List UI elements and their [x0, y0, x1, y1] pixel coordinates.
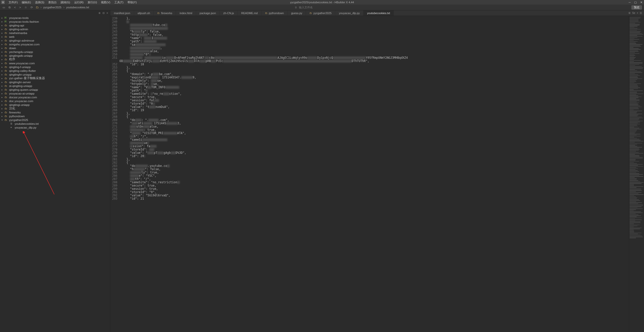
- chevron-icon[interactable]: ▸: [2, 92, 4, 95]
- chevron-icon[interactable]: ▸: [2, 81, 4, 83]
- folder-item[interactable]: ▸🗀程序: [0, 57, 110, 61]
- file-search[interactable]: 🗎: [295, 6, 349, 9]
- menu-item[interactable]: 编辑(E): [20, 1, 33, 4]
- folder-item[interactable]: ▸🗀songshu.youyacao.com: [0, 42, 110, 46]
- menu-item[interactable]: 选择(S): [33, 1, 46, 4]
- editor-tab[interactable]: 🗀pythondown: [262, 10, 288, 16]
- folder-item[interactable]: ▸🗀汉化: [0, 107, 110, 110]
- chevron-icon[interactable]: ▸: [2, 47, 4, 49]
- editor-tab[interactable]: manifest.json: [110, 10, 134, 16]
- editor-tab[interactable]: allpush.sh: [134, 10, 154, 16]
- folder-item[interactable]: ▸🗀web: [0, 35, 110, 39]
- folder-item[interactable]: ▸🗀qingting-admin: [0, 27, 110, 31]
- folder-item[interactable]: ▸🗀qingtinghr-uniapp: [0, 73, 110, 76]
- editor-tab[interactable]: guess.py: [288, 10, 306, 16]
- chevron-icon[interactable]: ▸: [2, 62, 4, 65]
- menu-item[interactable]: 文件(F): [7, 1, 20, 4]
- chevron-icon[interactable]: ▸: [2, 70, 4, 72]
- editor-tab[interactable]: 🗀fireworks: [154, 10, 176, 16]
- chevron-icon[interactable]: ▸: [2, 32, 4, 34]
- tab-control-icon[interactable]: Se: [632, 12, 635, 14]
- chevron-icon[interactable]: ▸: [2, 39, 4, 42]
- chevron-icon[interactable]: ▸: [2, 43, 4, 46]
- code-content[interactable]: },tube.co"hly": false,"http": false,"nam…: [119, 16, 629, 332]
- chevron-icon[interactable]: ▸: [2, 104, 4, 106]
- refresh-icon[interactable]: ⟳: [30, 6, 33, 9]
- folder-item[interactable]: ▸🗀qingting-valley-flutter: [0, 69, 110, 73]
- new-file-icon[interactable]: ⊕: [98, 12, 100, 14]
- chevron-icon[interactable]: ▸: [2, 96, 4, 99]
- folder-item[interactable]: ▸🗀qingtingi-uniapp: [0, 103, 110, 107]
- chevron-icon[interactable]: ▸: [2, 107, 4, 110]
- menu-item[interactable]: 跳转(G): [59, 1, 72, 4]
- folder-item[interactable]: ▸🗀st-qingting-uniapp: [0, 84, 110, 88]
- search-input[interactable]: [299, 6, 349, 9]
- folder-item[interactable]: ▸🗀yyc-gather-量子蜘蛛采集器: [0, 76, 110, 80]
- menu-item[interactable]: 工具(T): [112, 1, 125, 4]
- chevron-icon[interactable]: ▾: [2, 119, 4, 121]
- chevron-icon[interactable]: ▸: [2, 51, 4, 53]
- save-icon[interactable]: ▭: [2, 6, 6, 9]
- breadcrumb-item[interactable]: yycgather2025: [43, 6, 61, 9]
- minimize-button[interactable]: ─: [629, 1, 631, 4]
- folder-item[interactable]: ▸🗀www.youyacao.com: [0, 61, 110, 65]
- preview-button[interactable]: 预览: [631, 5, 642, 10]
- folder-item[interactable]: ▸🗀yechengdu-uniapp: [0, 50, 110, 54]
- menu-item[interactable]: 运行(R): [72, 1, 86, 4]
- editor-tab[interactable]: README.md: [238, 10, 262, 16]
- folder-item[interactable]: ▸🗀down: [0, 46, 110, 50]
- menu-item[interactable]: 视图(V): [99, 1, 112, 4]
- minimap[interactable]: [629, 16, 644, 332]
- editor-tab[interactable]: index.html: [176, 10, 196, 16]
- chevron-icon[interactable]: ▸: [2, 100, 4, 102]
- chevron-icon[interactable]: ▸: [2, 36, 4, 38]
- file-item[interactable]: ✦youyacao_dlp.py: [0, 126, 110, 129]
- menu-item[interactable]: 发行(U): [86, 1, 99, 4]
- forward-icon[interactable]: >: [19, 6, 21, 9]
- editor-tab[interactable]: youtubecookies.txt: [364, 10, 394, 16]
- chevron-icon[interactable]: ▸: [2, 66, 4, 68]
- menu-item[interactable]: 帮助(Y): [125, 1, 139, 4]
- folder-item[interactable]: ▸🗀fireworks: [0, 110, 110, 114]
- collapse-icon[interactable]: ⊟: [102, 12, 105, 14]
- chevron-icon[interactable]: ▸: [2, 28, 4, 31]
- tab-control-icon[interactable]: ☰: [640, 12, 642, 14]
- chevron-icon[interactable]: ▸: [2, 111, 4, 114]
- file-item[interactable]: 🗎youtubecookies.txt: [0, 122, 110, 126]
- folder-item[interactable]: ▸🗀docssr.youyacao.com: [0, 95, 110, 99]
- folder-item[interactable]: ▸Hyouyacao-tools: [0, 16, 110, 20]
- chevron-icon[interactable]: ▸: [2, 73, 4, 76]
- close-button[interactable]: ✕: [640, 1, 642, 4]
- chevron-icon[interactable]: ▸: [2, 115, 4, 117]
- editor-tab[interactable]: youyacao_dlp.py: [335, 10, 364, 16]
- folder-item[interactable]: ▸🗀youyacao-ai-uniapp: [0, 92, 110, 95]
- chevron-icon[interactable]: ▸: [2, 88, 4, 91]
- editor-tab[interactable]: zh-CN.js: [220, 10, 238, 16]
- chevron-icon[interactable]: ▸: [2, 58, 4, 61]
- chevron-icon[interactable]: ▸: [2, 54, 4, 57]
- folder-item[interactable]: ▸🗀qingting-api: [0, 23, 110, 27]
- folder-item[interactable]: ▸🗀qingtinghr-server: [0, 80, 110, 84]
- tab-control-icon[interactable]: ⚙: [628, 12, 631, 14]
- chevron-icon[interactable]: ▸: [2, 20, 4, 23]
- chevron-icon[interactable]: ▸: [2, 24, 4, 27]
- folder-item[interactable]: ▸Hyouyacao-tools-fashion: [0, 20, 110, 23]
- folder-item[interactable]: ▾🗀yycgather2025: [0, 118, 110, 122]
- menu-icon[interactable]: ≡: [107, 12, 108, 14]
- menu-item[interactable]: 查找(I): [46, 1, 58, 4]
- code-editor[interactable]: 2392402412422432442452462472482492502512…: [110, 16, 644, 332]
- folder-item[interactable]: ▸🗀qingting-queen-uniapp: [0, 88, 110, 92]
- editor-tab[interactable]: 🗀yycgather2025: [306, 10, 335, 16]
- maximize-button[interactable]: ▢: [634, 1, 637, 4]
- back-icon[interactable]: <: [14, 6, 16, 9]
- chevron-icon[interactable]: ▸: [2, 77, 4, 80]
- copy-icon[interactable]: ⧉: [8, 6, 11, 9]
- folder-item[interactable]: ▸🗀pythondown: [0, 114, 110, 118]
- folder-item[interactable]: ▸🗀qingting-f-uniapp: [0, 65, 110, 69]
- chevron-icon[interactable]: ▸: [2, 85, 4, 87]
- breadcrumb-item[interactable]: youtubecookies.txt: [66, 6, 89, 9]
- folder-item[interactable]: ▸🗀qingtingz-adminvue: [0, 39, 110, 42]
- folder-item[interactable]: ▸🗀qingtingstk-uniapp: [0, 54, 110, 57]
- editor-tab[interactable]: package.json: [196, 10, 220, 16]
- star-icon[interactable]: ☆: [24, 6, 28, 9]
